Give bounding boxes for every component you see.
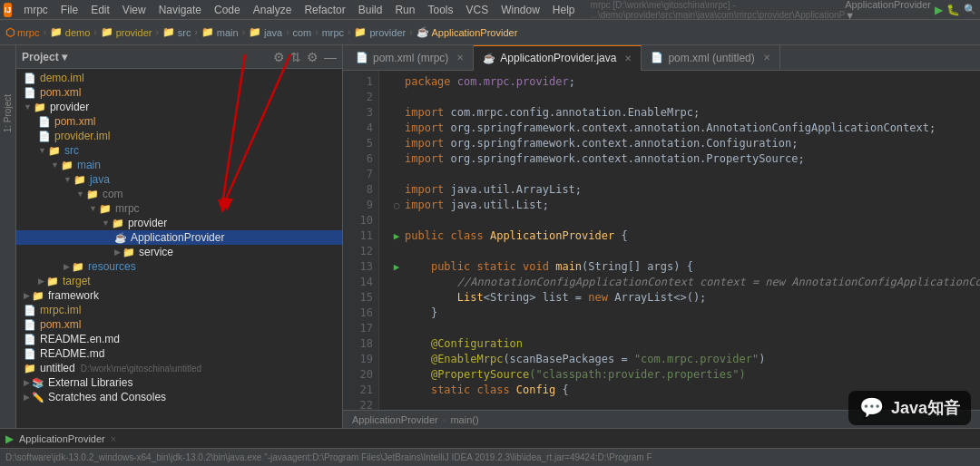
- settings-gear-icon[interactable]: ⚙: [273, 50, 285, 64]
- line-gutter-17[interactable]: [388, 321, 405, 336]
- menu-edit[interactable]: Edit: [84, 2, 116, 18]
- menu-mrpc[interactable]: mrpc: [17, 2, 54, 18]
- line-gutter-11[interactable]: ▶: [388, 228, 405, 244]
- line-gutter-8[interactable]: [388, 182, 405, 198]
- tree-item-untitled[interactable]: 📁 untitled D:\work\me\gitoschina\untitle…: [16, 361, 342, 375]
- tree-item-resources[interactable]: ▶ 📁 resources: [16, 259, 342, 274]
- menu-run[interactable]: Run: [388, 2, 421, 18]
- breadcrumb-main[interactable]: 📁 main: [201, 26, 239, 38]
- line-gutter-21[interactable]: [388, 383, 405, 398]
- line-gutter-5[interactable]: [388, 136, 405, 151]
- project-icon: ⬡: [5, 26, 15, 39]
- tab-pom-mrpc[interactable]: 📄 pom.xml (mrpc) ✕: [347, 45, 474, 71]
- tab-bar: 📄 pom.xml (mrpc) ✕ ☕ ApplicationProvider…: [343, 45, 980, 71]
- breadcrumb-com[interactable]: com: [293, 27, 312, 38]
- tree-item-src[interactable]: ▼ 📁 src: [16, 143, 342, 158]
- line-gutter-6[interactable]: [388, 151, 405, 167]
- line-gutter-9[interactable]: ○: [388, 198, 405, 213]
- tab-applicationprovider-close[interactable]: ✕: [624, 53, 632, 63]
- toolbar: ⬡ mrpc › 📁 demo › 📁 provider › 📁 src › 📁…: [0, 20, 980, 45]
- line-gutter-2[interactable]: [388, 90, 405, 105]
- code-line-10: [388, 213, 980, 228]
- menu-refactor[interactable]: Refactor: [298, 2, 351, 18]
- menu-navigate[interactable]: Navigate: [152, 2, 208, 18]
- tree-item-service[interactable]: ▶ 📁 service: [16, 245, 342, 259]
- tree-item-main[interactable]: ▼ 📁 main: [16, 158, 342, 172]
- code-line-15: List<String> list = new ArrayList<>();: [388, 290, 980, 306]
- line-gutter-18[interactable]: [388, 336, 405, 352]
- line-gutter-7[interactable]: [388, 167, 405, 182]
- tree-item-java[interactable]: ▼ 📁 java: [16, 172, 342, 187]
- line-gutter-20[interactable]: [388, 367, 405, 383]
- tree-item-readme[interactable]: 📄 README.md: [16, 346, 342, 361]
- tree-item-readme-en[interactable]: 📄 README.en.md: [16, 332, 342, 346]
- tree-item-provider-folder[interactable]: ▼ 📁 provider: [16, 100, 342, 114]
- run-button-icon[interactable]: ▶: [935, 4, 943, 16]
- tree-item-pom-2[interactable]: 📄 pom.xml: [16, 317, 342, 332]
- tree-item-pom-root[interactable]: 📄 pom.xml: [16, 85, 342, 100]
- menu-window[interactable]: Window: [495, 2, 546, 18]
- breadcrumb-applicationprovider[interactable]: ☕ ApplicationProvider: [416, 26, 518, 38]
- tree-item-provider-iml[interactable]: 📄 provider.iml: [16, 129, 342, 143]
- tree-item-applicationprovider[interactable]: ☕ ApplicationProvider: [16, 230, 342, 245]
- debug-button-icon[interactable]: 🐛: [946, 4, 960, 16]
- menu-code[interactable]: Code: [208, 2, 247, 18]
- project-tab[interactable]: 1: Project: [1, 91, 15, 136]
- line-gutter-10[interactable]: [388, 213, 405, 228]
- project-tree: 📄 demo.iml 📄 pom.xml ▼ 📁 provider: [16, 69, 342, 428]
- tree-item-framework[interactable]: ▶ 📁 framework: [16, 288, 342, 303]
- breadcrumb-java[interactable]: 📁 java: [249, 26, 282, 38]
- tree-item-mrpc[interactable]: ▼ 📁 mrpc: [16, 201, 342, 216]
- line-gutter-14[interactable]: [388, 275, 405, 290]
- menu-view[interactable]: View: [116, 2, 152, 18]
- line-gutter-22[interactable]: [388, 398, 405, 410]
- line-gutter-3[interactable]: [388, 105, 405, 121]
- sort-icon[interactable]: ⇅: [290, 50, 301, 64]
- line-gutter-16[interactable]: [388, 306, 405, 321]
- breadcrumb-mrpc2[interactable]: mrpc: [322, 27, 344, 38]
- code-line-5: import org.springframework.context.annot…: [388, 136, 980, 151]
- code-line-16: }: [388, 306, 980, 321]
- code-line-20: @PropertySource("classpath:provider.prop…: [388, 367, 980, 383]
- left-gutter: 1: Project: [0, 45, 16, 428]
- breadcrumb-mrpc[interactable]: mrpc: [17, 27, 39, 38]
- options-icon[interactable]: ⚙: [307, 50, 318, 64]
- line-gutter-13[interactable]: ▶: [388, 259, 405, 275]
- code-line-4: import org.springframework.context.annot…: [388, 121, 980, 136]
- line-gutter-15[interactable]: [388, 290, 405, 306]
- tree-item-target[interactable]: ▶ 📁 target: [16, 274, 342, 288]
- tree-item-scratches[interactable]: ▶ ✏️ Scratches and Consoles: [16, 390, 342, 404]
- breadcrumb-applicationprovider-bottom: ApplicationProvider: [352, 414, 438, 425]
- menu-file[interactable]: File: [54, 2, 84, 18]
- breadcrumb-src[interactable]: 📁 src: [162, 26, 191, 38]
- tree-item-provider-pom[interactable]: 📄 pom.xml: [16, 114, 342, 129]
- tab-pom-untitled-close[interactable]: ✕: [763, 53, 770, 63]
- menu-help[interactable]: Help: [546, 2, 582, 18]
- breadcrumb-demo[interactable]: 📁 demo: [50, 26, 91, 38]
- tab-pom-untitled[interactable]: 📄 pom.xml (untitled) ✕: [642, 45, 779, 71]
- tab-pom-mrpc-close[interactable]: ✕: [456, 53, 464, 63]
- breadcrumb-provider[interactable]: 📁 provider: [101, 26, 152, 38]
- line-gutter-1[interactable]: [388, 74, 405, 90]
- menu-tools[interactable]: Tools: [421, 2, 459, 18]
- tab-applicationprovider[interactable]: ☕ ApplicationProvider.java ✕: [474, 45, 642, 71]
- menu-vcs[interactable]: VCS: [459, 2, 495, 18]
- line-gutter-4[interactable]: [388, 121, 405, 136]
- code-line-7: [388, 167, 980, 182]
- tree-item-external-libs[interactable]: ▶ 📚 External Libraries: [16, 375, 342, 390]
- line-numbers: 12345 678910 1112131415 1617181920 2122: [343, 71, 379, 410]
- project-panel-icons: ⚙ ⇅ ⚙ —: [273, 50, 337, 64]
- tree-item-com[interactable]: ▼ 📁 com: [16, 187, 342, 201]
- breadcrumb-provider2[interactable]: 📁 provider: [354, 26, 406, 38]
- collapse-icon[interactable]: —: [324, 50, 337, 64]
- line-gutter-12[interactable]: [388, 244, 405, 259]
- search-everywhere-icon[interactable]: 🔍: [964, 4, 976, 15]
- menubar: IJ mrpc File Edit View Navigate Code Ana…: [0, 0, 980, 20]
- tree-item-provider-sub[interactable]: ▼ 📁 provider: [16, 216, 342, 230]
- menu-build[interactable]: Build: [352, 2, 389, 18]
- line-gutter-19[interactable]: [388, 352, 405, 367]
- tree-item-demo-iml[interactable]: 📄 demo.iml: [16, 71, 342, 85]
- code-line-6: import org.springframework.context.annot…: [388, 151, 980, 167]
- tree-item-mrpc-iml[interactable]: 📄 mrpc.iml: [16, 303, 342, 317]
- menu-analyze[interactable]: Analyze: [247, 2, 299, 18]
